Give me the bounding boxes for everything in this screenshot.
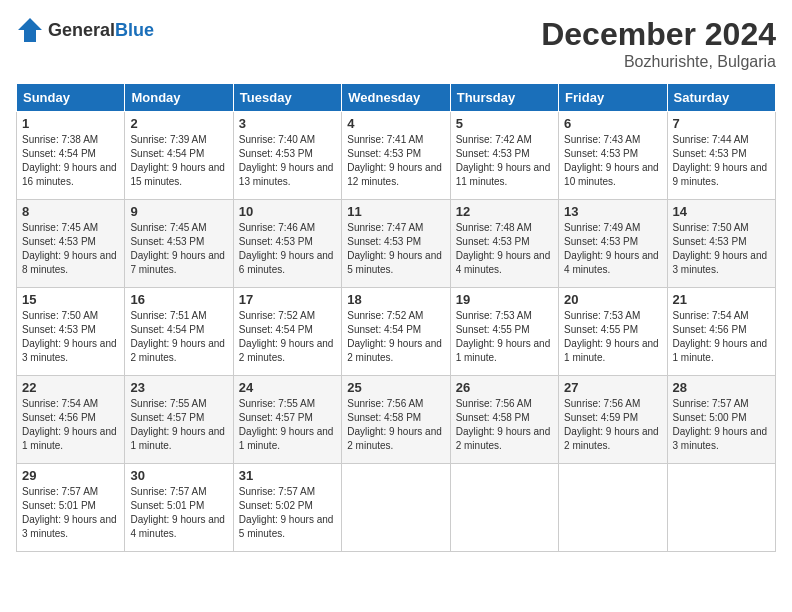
day-number: 4: [347, 116, 444, 131]
day-cell-1: 1Sunrise: 7:38 AMSunset: 4:54 PMDaylight…: [17, 112, 125, 200]
day-cell-14: 14Sunrise: 7:50 AMSunset: 4:53 PMDayligh…: [667, 200, 775, 288]
day-cell-18: 18Sunrise: 7:52 AMSunset: 4:54 PMDayligh…: [342, 288, 450, 376]
day-cell-24: 24Sunrise: 7:55 AMSunset: 4:57 PMDayligh…: [233, 376, 341, 464]
month-title: December 2024: [541, 16, 776, 53]
logo: GeneralBlue: [16, 16, 154, 44]
day-cell-8: 8Sunrise: 7:45 AMSunset: 4:53 PMDaylight…: [17, 200, 125, 288]
day-number: 3: [239, 116, 336, 131]
day-number: 18: [347, 292, 444, 307]
day-cell-23: 23Sunrise: 7:55 AMSunset: 4:57 PMDayligh…: [125, 376, 233, 464]
day-info: Sunrise: 7:57 AMSunset: 5:00 PMDaylight:…: [673, 397, 770, 453]
day-number: 15: [22, 292, 119, 307]
calendar-week-row: 15Sunrise: 7:50 AMSunset: 4:53 PMDayligh…: [17, 288, 776, 376]
day-number: 14: [673, 204, 770, 219]
day-info: Sunrise: 7:57 AMSunset: 5:01 PMDaylight:…: [22, 485, 119, 541]
day-cell-17: 17Sunrise: 7:52 AMSunset: 4:54 PMDayligh…: [233, 288, 341, 376]
day-cell-3: 3Sunrise: 7:40 AMSunset: 4:53 PMDaylight…: [233, 112, 341, 200]
day-info: Sunrise: 7:39 AMSunset: 4:54 PMDaylight:…: [130, 133, 227, 189]
day-info: Sunrise: 7:46 AMSunset: 4:53 PMDaylight:…: [239, 221, 336, 277]
day-cell-5: 5Sunrise: 7:42 AMSunset: 4:53 PMDaylight…: [450, 112, 558, 200]
day-cell-30: 30Sunrise: 7:57 AMSunset: 5:01 PMDayligh…: [125, 464, 233, 552]
day-number: 20: [564, 292, 661, 307]
day-number: 28: [673, 380, 770, 395]
day-cell-2: 2Sunrise: 7:39 AMSunset: 4:54 PMDaylight…: [125, 112, 233, 200]
day-cell-19: 19Sunrise: 7:53 AMSunset: 4:55 PMDayligh…: [450, 288, 558, 376]
header-tuesday: Tuesday: [233, 84, 341, 112]
day-info: Sunrise: 7:50 AMSunset: 4:53 PMDaylight:…: [22, 309, 119, 365]
header-sunday: Sunday: [17, 84, 125, 112]
page-header: GeneralBlue December 2024 Bozhurishte, B…: [16, 16, 776, 71]
header-friday: Friday: [559, 84, 667, 112]
day-info: Sunrise: 7:38 AMSunset: 4:54 PMDaylight:…: [22, 133, 119, 189]
day-number: 27: [564, 380, 661, 395]
day-info: Sunrise: 7:52 AMSunset: 4:54 PMDaylight:…: [239, 309, 336, 365]
logo-text: GeneralBlue: [48, 20, 154, 41]
day-cell-26: 26Sunrise: 7:56 AMSunset: 4:58 PMDayligh…: [450, 376, 558, 464]
day-number: 9: [130, 204, 227, 219]
empty-cell: [450, 464, 558, 552]
day-number: 2: [130, 116, 227, 131]
day-info: Sunrise: 7:45 AMSunset: 4:53 PMDaylight:…: [130, 221, 227, 277]
day-number: 7: [673, 116, 770, 131]
day-info: Sunrise: 7:57 AMSunset: 5:01 PMDaylight:…: [130, 485, 227, 541]
day-number: 6: [564, 116, 661, 131]
day-number: 31: [239, 468, 336, 483]
day-number: 23: [130, 380, 227, 395]
calendar-table: Sunday Monday Tuesday Wednesday Thursday…: [16, 83, 776, 552]
empty-cell: [342, 464, 450, 552]
day-number: 5: [456, 116, 553, 131]
svg-marker-0: [18, 18, 42, 42]
day-info: Sunrise: 7:48 AMSunset: 4:53 PMDaylight:…: [456, 221, 553, 277]
logo-blue: Blue: [115, 20, 154, 40]
day-number: 16: [130, 292, 227, 307]
day-cell-21: 21Sunrise: 7:54 AMSunset: 4:56 PMDayligh…: [667, 288, 775, 376]
logo-general: General: [48, 20, 115, 40]
empty-cell: [559, 464, 667, 552]
day-number: 8: [22, 204, 119, 219]
day-number: 12: [456, 204, 553, 219]
day-info: Sunrise: 7:40 AMSunset: 4:53 PMDaylight:…: [239, 133, 336, 189]
calendar-week-row: 1Sunrise: 7:38 AMSunset: 4:54 PMDaylight…: [17, 112, 776, 200]
day-cell-13: 13Sunrise: 7:49 AMSunset: 4:53 PMDayligh…: [559, 200, 667, 288]
day-cell-6: 6Sunrise: 7:43 AMSunset: 4:53 PMDaylight…: [559, 112, 667, 200]
day-number: 10: [239, 204, 336, 219]
header-saturday: Saturday: [667, 84, 775, 112]
day-info: Sunrise: 7:55 AMSunset: 4:57 PMDaylight:…: [130, 397, 227, 453]
header-monday: Monday: [125, 84, 233, 112]
day-cell-25: 25Sunrise: 7:56 AMSunset: 4:58 PMDayligh…: [342, 376, 450, 464]
day-cell-10: 10Sunrise: 7:46 AMSunset: 4:53 PMDayligh…: [233, 200, 341, 288]
empty-cell: [667, 464, 775, 552]
day-number: 13: [564, 204, 661, 219]
day-info: Sunrise: 7:53 AMSunset: 4:55 PMDaylight:…: [456, 309, 553, 365]
day-info: Sunrise: 7:56 AMSunset: 4:58 PMDaylight:…: [456, 397, 553, 453]
day-info: Sunrise: 7:42 AMSunset: 4:53 PMDaylight:…: [456, 133, 553, 189]
day-info: Sunrise: 7:41 AMSunset: 4:53 PMDaylight:…: [347, 133, 444, 189]
header-wednesday: Wednesday: [342, 84, 450, 112]
day-number: 30: [130, 468, 227, 483]
calendar-week-row: 8Sunrise: 7:45 AMSunset: 4:53 PMDaylight…: [17, 200, 776, 288]
day-number: 21: [673, 292, 770, 307]
day-number: 22: [22, 380, 119, 395]
day-number: 11: [347, 204, 444, 219]
calendar-week-row: 22Sunrise: 7:54 AMSunset: 4:56 PMDayligh…: [17, 376, 776, 464]
day-info: Sunrise: 7:52 AMSunset: 4:54 PMDaylight:…: [347, 309, 444, 365]
weekday-header-row: Sunday Monday Tuesday Wednesday Thursday…: [17, 84, 776, 112]
title-block: December 2024 Bozhurishte, Bulgaria: [541, 16, 776, 71]
day-number: 25: [347, 380, 444, 395]
day-cell-22: 22Sunrise: 7:54 AMSunset: 4:56 PMDayligh…: [17, 376, 125, 464]
day-number: 1: [22, 116, 119, 131]
day-number: 19: [456, 292, 553, 307]
day-number: 29: [22, 468, 119, 483]
day-cell-11: 11Sunrise: 7:47 AMSunset: 4:53 PMDayligh…: [342, 200, 450, 288]
day-cell-15: 15Sunrise: 7:50 AMSunset: 4:53 PMDayligh…: [17, 288, 125, 376]
day-number: 24: [239, 380, 336, 395]
day-cell-12: 12Sunrise: 7:48 AMSunset: 4:53 PMDayligh…: [450, 200, 558, 288]
logo-icon: [16, 16, 44, 44]
calendar-week-row: 29Sunrise: 7:57 AMSunset: 5:01 PMDayligh…: [17, 464, 776, 552]
day-info: Sunrise: 7:57 AMSunset: 5:02 PMDaylight:…: [239, 485, 336, 541]
day-cell-16: 16Sunrise: 7:51 AMSunset: 4:54 PMDayligh…: [125, 288, 233, 376]
day-cell-31: 31Sunrise: 7:57 AMSunset: 5:02 PMDayligh…: [233, 464, 341, 552]
day-info: Sunrise: 7:54 AMSunset: 4:56 PMDaylight:…: [673, 309, 770, 365]
day-info: Sunrise: 7:56 AMSunset: 4:58 PMDaylight:…: [347, 397, 444, 453]
day-info: Sunrise: 7:43 AMSunset: 4:53 PMDaylight:…: [564, 133, 661, 189]
